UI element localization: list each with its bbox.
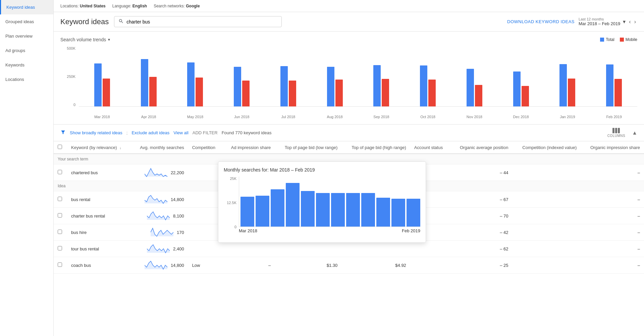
chart-x-label: Sep 2018 xyxy=(358,115,405,119)
sort-icon: ↓ xyxy=(119,146,121,150)
download-keyword-ideas-button[interactable]: DOWNLOAD KEYWORD IDEAS xyxy=(507,19,575,24)
chart-x-label: Jun 2018 xyxy=(218,115,265,119)
sparkline xyxy=(145,260,168,270)
chart-y-labels: 500K 250K 0 xyxy=(60,46,75,107)
chart-x-label: Apr 2018 xyxy=(125,115,172,119)
add-filter-button[interactable]: ADD FILTER xyxy=(193,130,218,135)
table-row: coach bus14,800Low–$1.30$4.92– 25– xyxy=(54,257,644,274)
mini-bar xyxy=(407,199,420,227)
networks-label: Search networks: Google xyxy=(154,4,200,8)
select-all-checkbox[interactable] xyxy=(58,145,62,149)
th-avg-monthly[interactable]: Avg. monthly searches xyxy=(131,141,188,154)
chart-bar-group xyxy=(218,67,265,106)
competition-indexed-cell xyxy=(512,224,581,241)
avg-monthly-value: 8,100 xyxy=(173,213,184,219)
keyword-cell: chartered bus xyxy=(67,164,131,181)
sidebar-item-grouped-ideas[interactable]: Grouped ideas xyxy=(0,14,53,29)
competition-cell: Low xyxy=(188,257,222,274)
row-checkbox[interactable] xyxy=(58,170,62,174)
organic-impression-cell: – xyxy=(581,241,644,257)
show-related-filter[interactable]: Show broadly related ideas xyxy=(70,130,122,135)
chart-toggle-icon[interactable]: ▾ xyxy=(108,37,110,42)
avg-monthly-cell: 14,800 xyxy=(131,191,188,207)
bar-mobile xyxy=(196,78,203,106)
top-bid-high-cell: $4.92 xyxy=(341,257,410,274)
avg-monthly-cell: 22,200 xyxy=(131,164,188,181)
th-organic-avg[interactable]: Organic average position xyxy=(450,141,513,154)
mini-x-start: Mar 2018 xyxy=(239,228,257,233)
mini-bar xyxy=(286,183,300,227)
th-account-status[interactable]: Account status xyxy=(410,141,450,154)
bar-total xyxy=(467,69,474,106)
select-all-header[interactable] xyxy=(54,141,67,154)
chart-bar-group xyxy=(451,69,498,106)
row-checkbox[interactable] xyxy=(58,197,62,201)
chart-bar-group xyxy=(498,71,544,106)
monthly-searches-popup: Monthly searches for: Mar 2018 – Feb 201… xyxy=(218,161,426,243)
row-checkbox[interactable] xyxy=(58,230,62,234)
date-dropdown-button[interactable]: ▾ xyxy=(622,18,627,26)
th-keyword[interactable]: Keyword (by relevance) ↓ xyxy=(67,141,131,154)
organic-avg-cell: – 67 xyxy=(450,191,513,208)
sidebar-item-locations[interactable]: Locations xyxy=(0,72,53,87)
chart-x-label: May 2018 xyxy=(172,115,219,119)
row-checkbox[interactable] xyxy=(58,262,62,267)
table-header-row: Keyword (by relevance) ↓ Avg. monthly se… xyxy=(54,141,644,154)
sidebar-item-ad-groups[interactable]: Ad groups xyxy=(0,43,53,58)
avg-monthly-cell: 8,100 xyxy=(131,208,188,224)
date-range-selector[interactable]: Last 12 months Mar 2018 – Feb 2019 ▾ ‹ › xyxy=(579,17,637,26)
collapse-button[interactable]: ▲ xyxy=(632,130,637,136)
avg-monthly-value: 170 xyxy=(177,230,184,235)
bar-total xyxy=(420,65,427,106)
th-organic-impression[interactable]: Organic impression share xyxy=(581,141,644,154)
keyword-cell: bus hire xyxy=(67,224,131,241)
search-input[interactable] xyxy=(126,19,277,25)
th-competition[interactable]: Competition xyxy=(188,141,222,154)
sidebar-item-keywords[interactable]: Keywords xyxy=(0,58,53,72)
columns-button[interactable]: COLUMNS xyxy=(607,128,626,138)
search-box[interactable] xyxy=(114,16,282,27)
bar-total xyxy=(606,64,613,106)
row-checkbox[interactable] xyxy=(58,213,62,218)
chart-bar-group xyxy=(312,67,358,106)
sparkline xyxy=(145,168,168,177)
date-next-button[interactable]: › xyxy=(633,18,637,26)
avg-monthly-cell: 2,400 xyxy=(131,241,188,257)
exclude-adult-filter[interactable]: Exclude adult ideas xyxy=(131,130,169,135)
organic-impression-cell: – xyxy=(581,191,644,208)
bar-total xyxy=(234,67,241,106)
sparkline xyxy=(147,211,170,221)
chart-bar-group xyxy=(591,64,637,106)
chart-header: Search volume trends ▾ Total Mobile xyxy=(60,37,637,42)
chart-bars xyxy=(79,46,637,107)
competition-indexed-cell xyxy=(512,191,581,208)
header-right: DOWNLOAD KEYWORD IDEAS Last 12 months Ma… xyxy=(507,17,637,26)
bar-mobile xyxy=(614,79,622,106)
bar-mobile xyxy=(382,79,389,106)
account-status-cell xyxy=(410,241,450,257)
sidebar-item-plan-overview[interactable]: Plan overview xyxy=(0,29,53,43)
th-competition-indexed[interactable]: Competition (indexed value) xyxy=(512,141,581,154)
sparkline-area xyxy=(145,169,167,177)
search-icon xyxy=(118,18,124,25)
bar-total xyxy=(373,65,381,106)
legend-mobile-dot xyxy=(620,38,624,42)
bar-mobile xyxy=(568,79,575,106)
organic-avg-cell: – 42 xyxy=(450,224,513,241)
mini-bar xyxy=(331,193,345,227)
th-top-bid-high[interactable]: Top of page bid (high range) xyxy=(341,141,410,154)
th-top-bid-low[interactable]: Top of page bid (low range) xyxy=(275,141,341,154)
mini-bar xyxy=(391,199,405,227)
filter-bar: Show broadly related ideas ; Exclude adu… xyxy=(54,125,644,141)
th-ad-impression[interactable]: Ad impression share xyxy=(222,141,275,154)
chart-x-labels: Mar 2018Apr 2018May 2018Jun 2018Jul 2018… xyxy=(79,115,637,119)
sidebar-item-keyword-ideas[interactable]: Keyword ideas xyxy=(0,0,53,14)
chart-title[interactable]: Search volume trends xyxy=(60,37,106,42)
mini-chart: 25K 12.5K 0 Mar 2018 Feb 2019 xyxy=(224,177,420,237)
columns-icon xyxy=(612,128,620,133)
chart-x-label: Jul 2018 xyxy=(265,115,312,119)
row-checkbox[interactable] xyxy=(58,246,62,250)
main-content: Locations: United States Language: Engli… xyxy=(54,0,644,336)
date-prev-button[interactable]: ‹ xyxy=(628,18,632,26)
view-all-filter[interactable]: View all xyxy=(173,130,189,135)
